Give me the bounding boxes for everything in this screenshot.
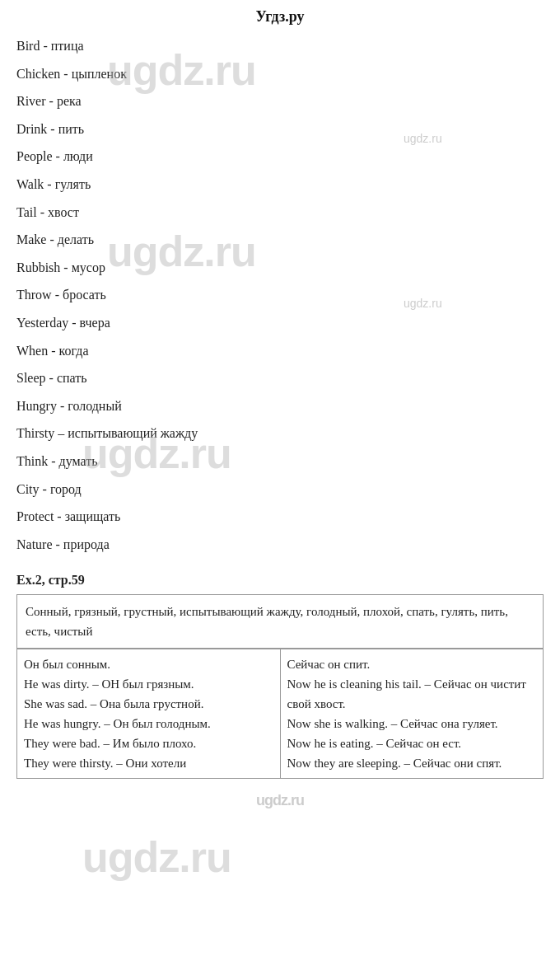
vocab-item: Chicken - цыпленок	[16, 60, 544, 88]
vocab-item: Bird - птица	[16, 32, 544, 60]
table-cell-right: Сейчас он спит. Now he is cleaning his t…	[280, 649, 544, 779]
exercise-table: Он был сонным. He was dirty. – ОН был гр…	[16, 649, 544, 779]
vocab-item: Drink - пить	[16, 115, 544, 143]
vocab-item: Hungry - голодный	[16, 392, 544, 420]
table-cell-left: Он был сонным. He was dirty. – ОН был гр…	[17, 649, 281, 779]
watermark-large-4: ugdz.ru	[82, 832, 231, 882]
vocab-item: Sleep - спать	[16, 364, 544, 392]
page-title: Угдз.ру	[0, 0, 560, 32]
words-box: Сонный, грязный, грустный, испытывающий …	[16, 594, 544, 649]
exercise-section: Ex.2, стр.59 Сонный, грязный, грустный, …	[0, 558, 560, 649]
vocab-item: Tail - хвост	[16, 199, 544, 227]
vocab-item: Protect - защищать	[16, 503, 544, 531]
vocab-item: Yesterday - вчера	[16, 309, 544, 337]
vocab-item: Nature - природа	[16, 531, 544, 559]
vocab-item: Throw - бросать	[16, 281, 544, 309]
vocab-item: Thirsty – испытывающий жажду	[16, 419, 544, 448]
vocab-item: Think - думать	[16, 448, 544, 476]
footer-watermark: ugdz.ru	[0, 779, 560, 818]
vocab-item: People - люди	[16, 143, 544, 171]
vocab-list: Bird - птицаChicken - цыпленокRiver - ре…	[0, 32, 560, 558]
vocab-item: Rubbish - мусор	[16, 254, 544, 282]
vocab-item: Walk - гулять	[16, 171, 544, 199]
vocab-item: Make - делать	[16, 226, 544, 254]
exercise-title: Ex.2, стр.59	[16, 573, 544, 588]
vocab-item: City - город	[16, 476, 544, 504]
table-section: Он был сонным. He was dirty. – ОН был гр…	[0, 649, 560, 779]
vocab-item: River - река	[16, 87, 544, 115]
table-row: Он был сонным. He was dirty. – ОН был гр…	[17, 649, 544, 779]
vocab-item: When - когда	[16, 337, 544, 365]
